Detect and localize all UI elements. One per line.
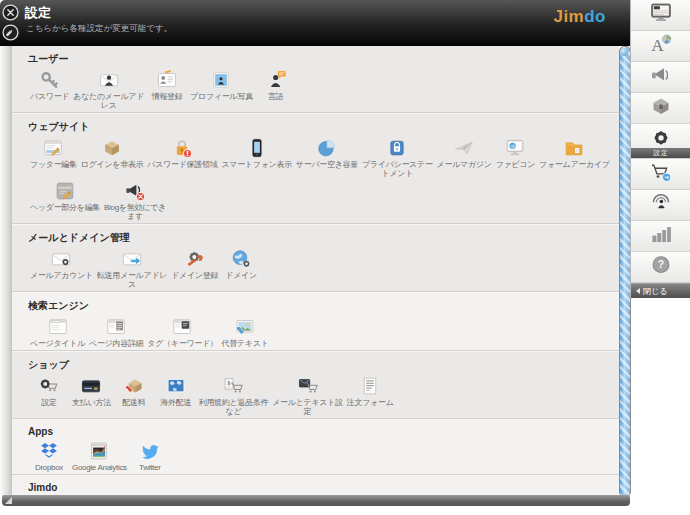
setting-item-page-tag[interactable]: タグ（キーワード）: [145, 316, 219, 348]
setting-item-payment[interactable]: 支払い方法: [70, 375, 113, 407]
setting-item-intl-shipping[interactable]: 海外配送: [155, 375, 197, 407]
setting-item-form-archive[interactable]: フォームアーカイブ: [537, 137, 612, 169]
svg-text:?: ?: [658, 258, 664, 270]
svg-text:@: @: [511, 144, 516, 149]
sidebar-item-statistics[interactable]: [631, 221, 690, 252]
setting-item-twitter[interactable]: Twitter: [129, 440, 171, 472]
lock-protected-icon: [171, 137, 193, 159]
logo-part-jim: Jim: [553, 7, 584, 26]
sb-design-icon: [649, 1, 673, 29]
item-label: 情報登録: [152, 92, 183, 101]
item-label: ドメイン登録: [171, 271, 218, 280]
page-tag-icon: [171, 316, 193, 338]
page-title: 設定: [25, 4, 51, 22]
sb-seo-icon: [649, 191, 673, 219]
item-label: メールとテキスト設 定: [272, 398, 343, 416]
mail-forward-icon: [121, 248, 143, 270]
setting-item-page-title[interactable]: ページタイトル: [28, 316, 87, 348]
setting-item-domain[interactable]: ドメイン: [220, 248, 262, 280]
section-mail-domain: メールとドメイン管理メールアカウント転送用メールアドレ スドメイン登録ドメイン: [12, 224, 619, 292]
close-button[interactable]: [1, 3, 20, 22]
setting-item-server-space[interactable]: サーバー空き容量: [294, 137, 360, 169]
section-user: ユーザーパスワードあなたのメールアド レス情報登録プロフィール写真言語: [12, 46, 619, 113]
setting-item-blog-disable[interactable]: Blogを無効にでき ます: [102, 180, 168, 221]
sidebar-item-help[interactable]: ?: [631, 252, 690, 283]
favicon-icon: @: [504, 137, 526, 159]
setting-item-language[interactable]: 言語: [255, 69, 297, 101]
setting-item-profile-photo[interactable]: プロフィール写真: [188, 69, 255, 101]
item-label: 転送用メールアドレ ス: [97, 271, 167, 289]
sidebar-item-settings[interactable]: 設定: [631, 124, 690, 159]
sidebar-item-design[interactable]: [631, 0, 690, 31]
language-icon: [265, 69, 287, 91]
svg-text:<head>: <head>: [58, 185, 73, 190]
item-label: 言語: [268, 92, 283, 101]
section-title: メールとドメイン管理: [28, 231, 617, 245]
collapse-arrow-icon: [636, 288, 640, 294]
setting-item-order-form[interactable]: 注文フォーム: [345, 375, 396, 407]
domain-icon: [230, 248, 252, 270]
setting-item-mail-text[interactable]: メールとテキスト設 定: [270, 375, 345, 416]
svg-text:$: $: [227, 380, 231, 386]
setting-item-header-edit[interactable]: <head>ヘッダー部分を編集: [28, 180, 102, 212]
setting-item-id-card[interactable]: 情報登録: [146, 69, 188, 101]
sidebar-item-shop[interactable]: [631, 159, 690, 190]
setting-item-domain-register[interactable]: ドメイン登録: [169, 248, 220, 280]
item-label: パスワード: [30, 92, 69, 101]
sidebar-item-blog[interactable]: [631, 62, 690, 93]
setting-item-shop-settings[interactable]: 設定: [28, 375, 70, 407]
item-label: 支払い方法: [72, 398, 111, 407]
setting-item-key[interactable]: パスワード: [28, 69, 71, 101]
shipping-fee-icon: [123, 375, 145, 397]
setting-item-privacy[interactable]: プライバシーステー トメント: [360, 137, 435, 178]
setting-item-mail-user[interactable]: あなたのメールアド レス: [71, 69, 146, 110]
sidebar-item-archive[interactable]: [631, 93, 690, 124]
setting-item-analytics[interactable]: Google Analytics: [70, 440, 129, 472]
setting-item-page-desc[interactable]: ページ内容詳細: [87, 316, 145, 348]
item-label: メールアカウント: [30, 271, 93, 280]
item-label: ページ内容詳細: [89, 339, 143, 348]
setting-item-lock-protected[interactable]: パスワード保護領域: [145, 137, 219, 169]
setting-item-terms[interactable]: $利用規約と返品条件 など: [197, 375, 271, 416]
close-label: 閉じる: [643, 286, 667, 297]
setting-item-shipping-fee[interactable]: 配送料: [113, 375, 155, 407]
item-label: スマートフォン表示: [221, 160, 291, 169]
sidebar-item-seo[interactable]: [631, 190, 690, 221]
setting-item-mail-account[interactable]: メールアカウント: [28, 248, 95, 280]
setting-item-mail-forward[interactable]: 転送用メールアドレ ス: [95, 248, 169, 289]
setting-item-favicon[interactable]: @ファビコン: [494, 137, 537, 169]
compose-button[interactable]: [1, 23, 20, 42]
section-title: Apps: [28, 426, 617, 437]
setting-item-login-hide[interactable]: ログインを非表示: [79, 137, 146, 169]
setting-item-newsletter[interactable]: メールマガジン: [435, 137, 494, 169]
section-title: 検索エンジン: [28, 299, 617, 313]
item-label: 代替テキスト: [222, 339, 269, 348]
section-apps: AppsDropboxGoogle AnalyticsTwitter: [12, 419, 619, 475]
item-label: 注文フォーム: [347, 398, 394, 407]
setting-item-footer-edit[interactable]: フッター編集: [28, 137, 79, 169]
newsletter-icon: [453, 137, 475, 159]
dropbox-icon: [38, 440, 60, 462]
footer-edit-icon: [42, 137, 64, 159]
tool-sidebar: A設定?閉じる: [630, 0, 690, 298]
page-title-icon: [47, 316, 69, 338]
setting-item-smartphone[interactable]: スマートフォン表示: [219, 137, 293, 169]
items-row: フッター編集ログインを非表示パスワード保護領域スマートフォン表示サーバー空き容量…: [28, 137, 617, 178]
page-desc-icon: [105, 316, 127, 338]
sidebar-item-style[interactable]: A: [631, 31, 690, 62]
item-label: 設定: [41, 398, 56, 407]
item-label: プロフィール写真: [190, 92, 253, 101]
item-label: ヘッダー部分を編集: [30, 203, 100, 212]
mail-account-icon: [50, 248, 72, 270]
sidebar-close-button[interactable]: 閉じる: [631, 283, 690, 298]
section-seo: 検索エンジンページタイトルページ内容詳細タグ（キーワード）代替テキスト: [12, 292, 619, 351]
item-label: メールマガジン: [437, 160, 492, 169]
shop-settings-icon: [38, 375, 60, 397]
item-label: Google Analytics: [72, 463, 127, 472]
items-row: ページタイトルページ内容詳細タグ（キーワード）代替テキスト: [28, 316, 617, 348]
setting-item-dropbox[interactable]: Dropbox: [28, 440, 70, 472]
jimdo-settings-page: 設定 こちらから各種設定が変更可能です。 Jimdo ユーザーパスワードあなたの…: [0, 0, 690, 515]
setting-item-alt-text[interactable]: 代替テキスト: [220, 316, 271, 348]
item-label: サーバー空き容量: [296, 160, 358, 169]
alt-text-icon: [234, 316, 256, 338]
